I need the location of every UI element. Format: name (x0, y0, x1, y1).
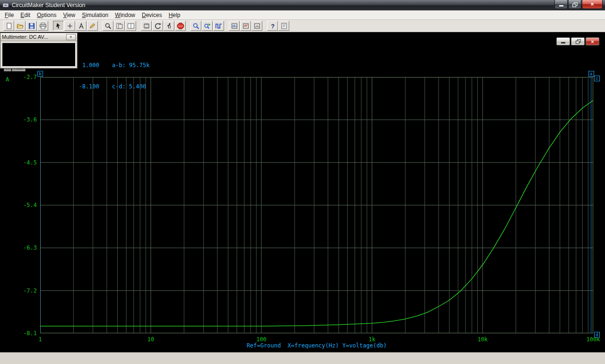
title-bar: CircuitMaker Student Version × (0, 0, 605, 10)
x-tick-label: 10 (140, 336, 161, 343)
menu-bar: FileEditOptionsViewSimulationWindowDevic… (0, 10, 605, 20)
meter-display-button[interactable] (251, 21, 262, 31)
rotate-button[interactable] (152, 21, 163, 31)
new-file-button[interactable] (3, 21, 14, 31)
toolbar-group (190, 21, 225, 31)
x-tick-label: 100k (583, 336, 604, 343)
child-minimize-icon (561, 42, 565, 43)
split-view-button[interactable] (125, 21, 136, 31)
menu-help[interactable]: Help (165, 11, 184, 19)
y-tick-label: -3.6 (12, 116, 37, 123)
app-icon (2, 2, 9, 9)
caption-buttons: × (554, 0, 603, 9)
child-restore-icon (576, 39, 580, 43)
x-tick-label: 100 (251, 336, 272, 343)
multimeter-title-bar[interactable]: Multimeter: DC AV... × (0, 33, 77, 41)
menu-devices[interactable]: Devices (138, 11, 165, 19)
minimize-icon (559, 5, 563, 7)
toolbar-group (3, 21, 49, 31)
split-view-icon (127, 23, 135, 29)
x-tick-label: 1k (362, 336, 382, 343)
waveform-scope-icon (215, 23, 223, 29)
readout-value: 1.000 (76, 62, 99, 69)
child-minimize-button[interactable] (556, 37, 570, 45)
waveform-scope-button[interactable] (213, 21, 224, 31)
multimeter-display (2, 43, 76, 67)
edit-pencil-icon (89, 23, 96, 29)
menu-window[interactable]: Window (112, 11, 138, 19)
help-icon: ? (269, 23, 277, 29)
signal-display-icon (242, 23, 250, 29)
probe-run-button[interactable] (202, 21, 213, 31)
help-button[interactable]: ? (267, 21, 278, 31)
y-tick-label: -7.2 (12, 287, 37, 294)
toolbar-group (103, 21, 137, 31)
run-simulation-icon (165, 23, 173, 29)
sheet-button[interactable] (114, 21, 125, 31)
multimeter-close-button[interactable]: × (66, 34, 76, 40)
child-restore-button[interactable] (571, 37, 585, 45)
y-tick-label: -5.4 (12, 202, 37, 208)
new-file-icon (5, 23, 13, 29)
toolbar-group (229, 21, 263, 31)
toolbar: STOP? (0, 20, 605, 32)
trace-name-label: A (6, 76, 9, 83)
menu-view[interactable]: View (60, 11, 78, 19)
menu-options[interactable]: Options (34, 11, 60, 19)
open-file-button[interactable] (15, 21, 26, 31)
stop-simulation-button[interactable]: STOP (175, 21, 186, 31)
save-file-icon (28, 23, 35, 29)
toolbar-group: ? (267, 21, 290, 31)
cursor-a-marker[interactable]: a (588, 71, 594, 77)
signal-display-button[interactable] (240, 21, 251, 31)
menu-simulation[interactable]: Simulation (78, 11, 112, 19)
window-title: CircuitMaker Student Version (12, 2, 85, 9)
child-close-button[interactable]: × (586, 37, 599, 45)
child-caption-buttons: × (556, 37, 599, 45)
design-notes-button[interactable] (278, 21, 289, 31)
menu-file[interactable]: File (1, 11, 17, 19)
status-bar (0, 352, 605, 364)
cursor-d-marker[interactable]: d (594, 332, 600, 338)
probe-tool-icon (192, 23, 200, 29)
wire-plus-button[interactable] (64, 21, 75, 31)
x-tick-label: 1 (30, 336, 51, 343)
zoom-tool-button[interactable] (103, 21, 113, 31)
sheet-icon (116, 23, 123, 29)
text-tool-icon (78, 23, 85, 29)
axis-footer-label: Ref=Ground X=frequency(Hz) Y=voltage(db) (40, 342, 593, 349)
y-tick-label: -8.1 (12, 330, 37, 337)
print-button[interactable] (37, 21, 48, 31)
edit-pencil-button[interactable] (87, 21, 98, 31)
minimize-button[interactable] (554, 0, 568, 9)
bode-plot[interactable] (40, 77, 593, 333)
logic-display-icon (231, 23, 238, 29)
readout-delta: a-b: 95.75k (112, 62, 149, 69)
select-cursor-button[interactable] (53, 21, 64, 31)
cursor-b-marker[interactable]: b (37, 71, 43, 77)
text-tool-button[interactable] (76, 21, 86, 31)
multimeter-window: Multimeter: DC AV... × (0, 33, 78, 69)
menu-edit[interactable]: Edit (17, 11, 34, 19)
run-simulation-button[interactable] (164, 21, 174, 31)
readout-row-1: 1.000a-b: 95.75k (76, 62, 149, 69)
stop-simulation-icon: STOP (177, 23, 184, 29)
restore-button[interactable] (568, 0, 581, 9)
open-file-icon (17, 23, 24, 29)
analysis-window: × 1.000a-b: 95.75k -8.100c-d: 5.400 A Au… (0, 32, 605, 352)
cursor-c-marker[interactable]: c (594, 76, 600, 81)
y-tick-label: -2.7 (12, 74, 37, 80)
probe-tool-button[interactable] (190, 21, 201, 31)
print-icon (39, 23, 47, 29)
meter-display-icon (253, 23, 261, 29)
x-tick-label: 10k (472, 336, 493, 343)
probe-run-icon (204, 23, 211, 29)
digital-chip-button[interactable] (141, 21, 152, 31)
digital-chip-icon (143, 23, 150, 29)
logic-display-button[interactable] (229, 21, 240, 31)
close-button[interactable]: × (582, 0, 603, 9)
wire-plus-icon (66, 23, 74, 29)
save-file-button[interactable] (26, 21, 37, 31)
rotate-icon (154, 23, 162, 29)
multimeter-title: Multimeter: DC AV... (2, 34, 48, 40)
